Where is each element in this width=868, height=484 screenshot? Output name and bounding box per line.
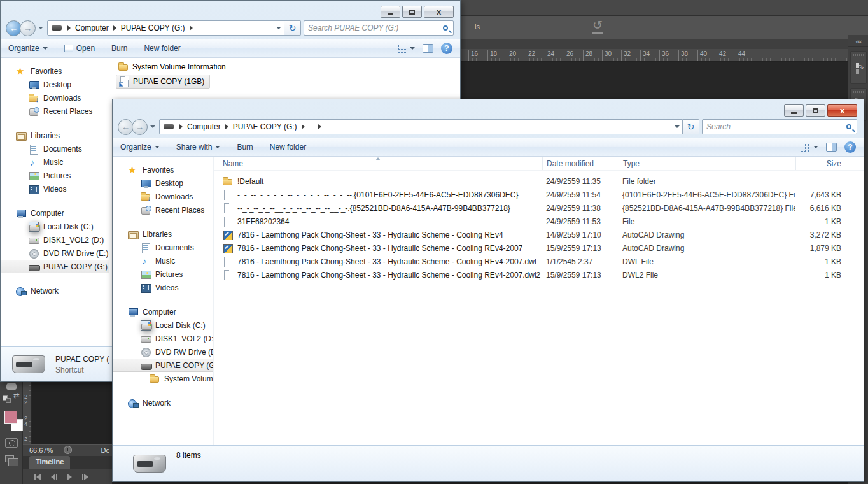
sidebar-item-libraries[interactable]: Libraries	[113, 227, 213, 241]
sidebar-item-network[interactable]: Network	[1, 284, 109, 297]
forward-button[interactable]: →	[20, 20, 36, 36]
breadcrumb-arrow-icon[interactable]	[318, 124, 321, 129]
breadcrumb-arrow-icon[interactable]	[302, 124, 305, 129]
timeline-tab[interactable]: Timeline	[29, 456, 70, 469]
hand-tool-icon[interactable]	[6, 383, 17, 390]
foreground-color-swatch[interactable]	[4, 411, 17, 424]
forward-button[interactable]: →	[132, 119, 148, 135]
close-button[interactable]: x	[424, 6, 454, 18]
sidebar-item-local-disk-c[interactable]: Local Disk (C:)	[1, 220, 109, 233]
play-button[interactable]	[67, 474, 72, 480]
address-bar[interactable]: Computer PUPAE COPY (G:)	[47, 20, 284, 36]
minimize-button[interactable]	[381, 6, 400, 18]
breadcrumb-arrow-icon[interactable]	[113, 25, 116, 31]
file-row[interactable]: 31FF68202364 24/9/2559 11:53 File 1 KB	[214, 215, 864, 228]
sidebar-item-local-disk-c[interactable]: Local Disk (C:)	[113, 318, 213, 332]
organize-button[interactable]: Organize	[120, 143, 160, 152]
column-header-type[interactable]: Type	[619, 157, 795, 170]
burn-button[interactable]: Burn	[237, 143, 253, 152]
search-icon[interactable]	[443, 25, 448, 31]
recent-pages-dropdown-icon[interactable]	[38, 27, 43, 32]
sidebar-item-recent-places[interactable]: Recent Places	[113, 203, 213, 217]
sidebar-item-videos[interactable]: Videos	[113, 281, 213, 294]
file-item-pupae-copy-shortcut-selected[interactable]: PUPAE COPY (1GB)	[116, 75, 210, 89]
sidebar-item-disk1-vol2-d[interactable]: DISK1_VOL2 (D:)	[113, 332, 213, 345]
file-row[interactable]: -_-_--_-_-_-_-_--_-_-_-_-_--_-_-_--.{010…	[214, 188, 864, 201]
sidebar-item-desktop[interactable]: Desktop	[1, 78, 109, 91]
search-input[interactable]: Search PUPAE COPY (G:)	[304, 20, 454, 36]
previous-frame-button[interactable]	[51, 474, 57, 480]
column-header-name[interactable]: Name	[214, 157, 542, 170]
sidebar-item-dvd-drive-e[interactable]: DVD RW Drive (E:)	[1, 246, 109, 260]
search-input[interactable]: Search	[702, 119, 857, 134]
file-item-system-volume-information[interactable]: System Volume Information	[118, 62, 460, 72]
sidebar-item-music[interactable]: Music	[113, 254, 213, 267]
sidebar-item-computer[interactable]: Computer	[113, 305, 213, 318]
minimize-button[interactable]	[784, 104, 804, 117]
sidebar-item-pupae-copy-g[interactable]: PUPAE COPY (G:)	[1, 260, 109, 273]
sidebar-item-dvd-drive-e[interactable]: DVD RW Drive (E:)	[113, 345, 213, 359]
share-with-button[interactable]: Share with	[176, 143, 221, 152]
preview-pane-icon[interactable]	[423, 44, 433, 53]
new-folder-button[interactable]: New folder	[270, 143, 306, 152]
address-dropdown-icon[interactable]	[675, 125, 680, 131]
sidebar-item-music[interactable]: Music	[1, 155, 109, 169]
file-row[interactable]: 7816 - Laemthong Pack Chong-Sheet - 33 -…	[214, 241, 864, 255]
sidebar-item-documents[interactable]: Documents	[1, 142, 109, 155]
sidebar-item-downloads[interactable]: ↓Downloads	[1, 91, 109, 104]
sidebar-item-pictures[interactable]: Pictures	[1, 169, 109, 182]
history-panel-button[interactable]	[850, 51, 867, 84]
screen-mode-icon[interactable]	[5, 455, 14, 462]
refresh-button[interactable]: ↻	[284, 20, 301, 36]
breadcrumb-drive[interactable]: PUPAE COPY (G:)	[121, 24, 185, 32]
recent-pages-dropdown-icon[interactable]	[150, 125, 155, 131]
sidebar-item-favorites[interactable]: Favorites	[113, 163, 213, 176]
breadcrumb-computer[interactable]: Computer	[187, 122, 221, 131]
close-button[interactable]: x	[827, 104, 857, 117]
address-bar[interactable]: Computer PUPAE COPY (G:)	[159, 119, 683, 134]
sidebar-item-recent-places[interactable]: Recent Places	[1, 104, 109, 118]
maximize-button[interactable]	[806, 104, 825, 117]
breadcrumb-arrow-icon[interactable]	[179, 124, 183, 129]
burn-button[interactable]: Burn	[111, 44, 127, 53]
new-folder-button[interactable]: New folder	[144, 44, 180, 53]
sidebar-item-network[interactable]: Network	[113, 396, 213, 409]
preview-pane-icon[interactable]	[826, 143, 837, 152]
column-header-size[interactable]: Size	[795, 157, 849, 170]
breadcrumb-drive[interactable]: PUPAE COPY (G:)	[233, 122, 297, 131]
sidebar-item-desktop[interactable]: Desktop	[113, 176, 213, 190]
breadcrumb-computer[interactable]: Computer	[75, 24, 109, 32]
go-to-first-frame-button[interactable]	[34, 474, 41, 480]
refresh-button[interactable]: ↻	[683, 119, 699, 134]
file-row[interactable]: !Default 24/9/2559 11:35 File folder	[214, 174, 864, 188]
column-header-date-modified[interactable]: Date modified	[542, 157, 619, 170]
sidebar-item-documents[interactable]: Documents	[113, 241, 213, 254]
sidebar-item-pupae-copy-g[interactable]: PUPAE COPY (G:)	[113, 359, 213, 372]
views-button[interactable]	[801, 143, 818, 152]
file-row[interactable]: --_-_--_-_--__-_-_--_--_--_--__-_-.{8525…	[214, 201, 864, 215]
help-icon[interactable]	[441, 43, 452, 54]
address-dropdown-icon[interactable]	[276, 27, 281, 32]
breadcrumb-arrow-icon[interactable]	[190, 25, 193, 31]
sidebar-item-computer[interactable]: Computer	[1, 206, 109, 220]
file-row[interactable]: 7816 - Laemthong Pack Chong-Sheet - 33 -…	[214, 228, 864, 241]
sidebar-item-pictures[interactable]: Pictures	[113, 267, 213, 281]
title-bar[interactable]: x	[1, 1, 460, 20]
title-bar[interactable]: x	[113, 99, 864, 118]
open-button[interactable]: Open	[64, 44, 95, 53]
organize-button[interactable]: Organize	[8, 44, 48, 53]
breadcrumb-arrow-icon[interactable]	[67, 25, 71, 31]
file-row[interactable]: 7816 - Laemthong Pack Chong-Sheet - 33 -…	[214, 268, 864, 281]
sidebar-item-videos[interactable]: Videos	[1, 182, 109, 196]
sidebar-item-disk1-vol2-d[interactable]: DISK1_VOL2 (D:)	[1, 233, 109, 246]
sidebar-item-system-volume-information[interactable]: System Volume Inf	[113, 372, 213, 385]
maximize-button[interactable]	[402, 6, 422, 18]
zoom-level[interactable]: 66.67%	[29, 446, 53, 454]
views-button[interactable]	[397, 45, 415, 53]
file-row[interactable]: 7816 - Laemthong Pack Chong-Sheet - 33 -…	[214, 255, 864, 268]
breadcrumb-arrow-icon[interactable]	[225, 124, 228, 129]
quick-mask-icon[interactable]	[5, 438, 18, 448]
sidebar-item-favorites[interactable]: Favorites	[1, 64, 109, 78]
next-frame-button[interactable]	[82, 474, 88, 480]
reset-tool-icon[interactable]: ↺	[592, 18, 603, 34]
